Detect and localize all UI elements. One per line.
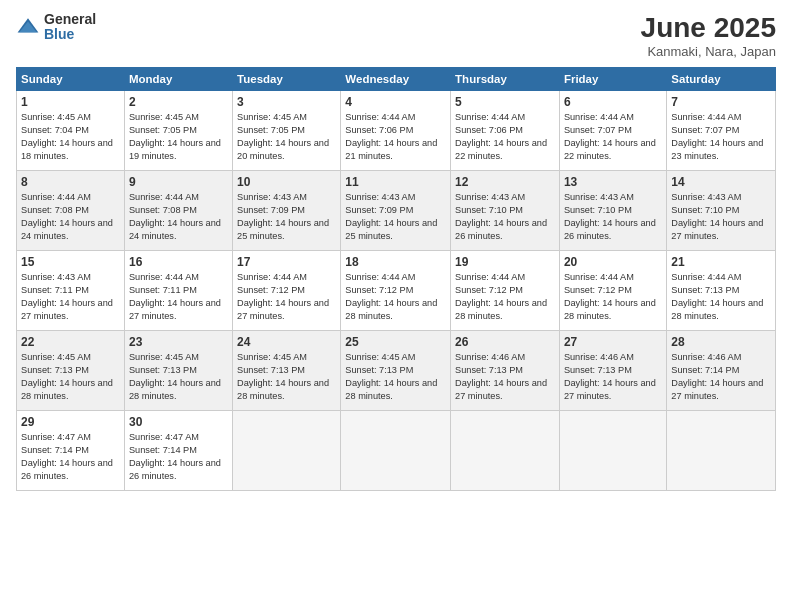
table-row: 24 Sunrise: 4:45 AMSunset: 7:13 PMDaylig… — [233, 331, 341, 411]
table-row: 13 Sunrise: 4:43 AMSunset: 7:10 PMDaylig… — [559, 171, 666, 251]
day-info: Sunrise: 4:43 AMSunset: 7:11 PMDaylight:… — [21, 272, 113, 320]
table-row: 14 Sunrise: 4:43 AMSunset: 7:10 PMDaylig… — [667, 171, 776, 251]
day-info: Sunrise: 4:45 AMSunset: 7:13 PMDaylight:… — [345, 352, 437, 400]
table-row: 27 Sunrise: 4:46 AMSunset: 7:13 PMDaylig… — [559, 331, 666, 411]
calendar: Sunday Monday Tuesday Wednesday Thursday… — [16, 67, 776, 491]
month-title: June 2025 — [641, 12, 776, 44]
page: General Blue June 2025 Kanmaki, Nara, Ja… — [0, 0, 792, 612]
day-info: Sunrise: 4:47 AMSunset: 7:14 PMDaylight:… — [21, 432, 113, 480]
day-number: 30 — [129, 414, 228, 430]
day-info: Sunrise: 4:45 AMSunset: 7:04 PMDaylight:… — [21, 112, 113, 160]
table-row: 3 Sunrise: 4:45 AMSunset: 7:05 PMDayligh… — [233, 91, 341, 171]
table-row: 28 Sunrise: 4:46 AMSunset: 7:14 PMDaylig… — [667, 331, 776, 411]
header: General Blue June 2025 Kanmaki, Nara, Ja… — [16, 12, 776, 59]
day-number: 23 — [129, 334, 228, 350]
table-row: 19 Sunrise: 4:44 AMSunset: 7:12 PMDaylig… — [451, 251, 560, 331]
day-info: Sunrise: 4:44 AMSunset: 7:06 PMDaylight:… — [455, 112, 547, 160]
logo-icon — [16, 15, 40, 39]
day-number: 28 — [671, 334, 771, 350]
header-tuesday: Tuesday — [233, 68, 341, 91]
day-info: Sunrise: 4:43 AMSunset: 7:10 PMDaylight:… — [671, 192, 763, 240]
day-info: Sunrise: 4:43 AMSunset: 7:10 PMDaylight:… — [564, 192, 656, 240]
day-number: 4 — [345, 94, 446, 110]
day-number: 22 — [21, 334, 120, 350]
day-info: Sunrise: 4:44 AMSunset: 7:06 PMDaylight:… — [345, 112, 437, 160]
day-info: Sunrise: 4:44 AMSunset: 7:12 PMDaylight:… — [237, 272, 329, 320]
location: Kanmaki, Nara, Japan — [641, 44, 776, 59]
day-info: Sunrise: 4:44 AMSunset: 7:07 PMDaylight:… — [564, 112, 656, 160]
day-number: 16 — [129, 254, 228, 270]
calendar-week-row: 1 Sunrise: 4:45 AMSunset: 7:04 PMDayligh… — [17, 91, 776, 171]
day-info: Sunrise: 4:45 AMSunset: 7:13 PMDaylight:… — [129, 352, 221, 400]
day-number: 26 — [455, 334, 555, 350]
table-row: 22 Sunrise: 4:45 AMSunset: 7:13 PMDaylig… — [17, 331, 125, 411]
day-number: 21 — [671, 254, 771, 270]
logo: General Blue — [16, 12, 96, 43]
table-row: 8 Sunrise: 4:44 AMSunset: 7:08 PMDayligh… — [17, 171, 125, 251]
logo-text: General Blue — [44, 12, 96, 43]
table-row: 1 Sunrise: 4:45 AMSunset: 7:04 PMDayligh… — [17, 91, 125, 171]
day-info: Sunrise: 4:46 AMSunset: 7:13 PMDaylight:… — [455, 352, 547, 400]
table-row: 2 Sunrise: 4:45 AMSunset: 7:05 PMDayligh… — [124, 91, 232, 171]
day-number: 1 — [21, 94, 120, 110]
table-row: 23 Sunrise: 4:45 AMSunset: 7:13 PMDaylig… — [124, 331, 232, 411]
table-row — [667, 411, 776, 491]
table-row: 10 Sunrise: 4:43 AMSunset: 7:09 PMDaylig… — [233, 171, 341, 251]
day-info: Sunrise: 4:44 AMSunset: 7:13 PMDaylight:… — [671, 272, 763, 320]
day-info: Sunrise: 4:43 AMSunset: 7:10 PMDaylight:… — [455, 192, 547, 240]
day-info: Sunrise: 4:46 AMSunset: 7:14 PMDaylight:… — [671, 352, 763, 400]
day-number: 20 — [564, 254, 662, 270]
day-number: 18 — [345, 254, 446, 270]
table-row: 20 Sunrise: 4:44 AMSunset: 7:12 PMDaylig… — [559, 251, 666, 331]
day-number: 24 — [237, 334, 336, 350]
table-row: 30 Sunrise: 4:47 AMSunset: 7:14 PMDaylig… — [124, 411, 232, 491]
day-number: 27 — [564, 334, 662, 350]
day-info: Sunrise: 4:44 AMSunset: 7:12 PMDaylight:… — [455, 272, 547, 320]
day-info: Sunrise: 4:46 AMSunset: 7:13 PMDaylight:… — [564, 352, 656, 400]
header-saturday: Saturday — [667, 68, 776, 91]
table-row: 25 Sunrise: 4:45 AMSunset: 7:13 PMDaylig… — [341, 331, 451, 411]
logo-general: General — [44, 12, 96, 27]
day-number: 19 — [455, 254, 555, 270]
day-info: Sunrise: 4:45 AMSunset: 7:05 PMDaylight:… — [237, 112, 329, 160]
calendar-week-row: 22 Sunrise: 4:45 AMSunset: 7:13 PMDaylig… — [17, 331, 776, 411]
day-info: Sunrise: 4:45 AMSunset: 7:13 PMDaylight:… — [21, 352, 113, 400]
table-row — [451, 411, 560, 491]
table-row — [341, 411, 451, 491]
header-monday: Monday — [124, 68, 232, 91]
table-row — [559, 411, 666, 491]
day-info: Sunrise: 4:44 AMSunset: 7:11 PMDaylight:… — [129, 272, 221, 320]
day-number: 15 — [21, 254, 120, 270]
day-number: 2 — [129, 94, 228, 110]
table-row: 26 Sunrise: 4:46 AMSunset: 7:13 PMDaylig… — [451, 331, 560, 411]
day-number: 13 — [564, 174, 662, 190]
table-row: 15 Sunrise: 4:43 AMSunset: 7:11 PMDaylig… — [17, 251, 125, 331]
header-sunday: Sunday — [17, 68, 125, 91]
day-info: Sunrise: 4:44 AMSunset: 7:07 PMDaylight:… — [671, 112, 763, 160]
day-number: 11 — [345, 174, 446, 190]
table-row: 4 Sunrise: 4:44 AMSunset: 7:06 PMDayligh… — [341, 91, 451, 171]
day-info: Sunrise: 4:44 AMSunset: 7:12 PMDaylight:… — [564, 272, 656, 320]
table-row: 7 Sunrise: 4:44 AMSunset: 7:07 PMDayligh… — [667, 91, 776, 171]
day-number: 17 — [237, 254, 336, 270]
table-row: 9 Sunrise: 4:44 AMSunset: 7:08 PMDayligh… — [124, 171, 232, 251]
table-row: 5 Sunrise: 4:44 AMSunset: 7:06 PMDayligh… — [451, 91, 560, 171]
day-number: 5 — [455, 94, 555, 110]
table-row: 12 Sunrise: 4:43 AMSunset: 7:10 PMDaylig… — [451, 171, 560, 251]
day-number: 7 — [671, 94, 771, 110]
header-wednesday: Wednesday — [341, 68, 451, 91]
day-number: 14 — [671, 174, 771, 190]
calendar-week-row: 8 Sunrise: 4:44 AMSunset: 7:08 PMDayligh… — [17, 171, 776, 251]
table-row: 29 Sunrise: 4:47 AMSunset: 7:14 PMDaylig… — [17, 411, 125, 491]
table-row: 6 Sunrise: 4:44 AMSunset: 7:07 PMDayligh… — [559, 91, 666, 171]
day-info: Sunrise: 4:44 AMSunset: 7:08 PMDaylight:… — [129, 192, 221, 240]
day-number: 9 — [129, 174, 228, 190]
title-block: June 2025 Kanmaki, Nara, Japan — [641, 12, 776, 59]
table-row: 11 Sunrise: 4:43 AMSunset: 7:09 PMDaylig… — [341, 171, 451, 251]
day-info: Sunrise: 4:45 AMSunset: 7:13 PMDaylight:… — [237, 352, 329, 400]
table-row: 18 Sunrise: 4:44 AMSunset: 7:12 PMDaylig… — [341, 251, 451, 331]
day-number: 10 — [237, 174, 336, 190]
calendar-week-row: 15 Sunrise: 4:43 AMSunset: 7:11 PMDaylig… — [17, 251, 776, 331]
calendar-week-row: 29 Sunrise: 4:47 AMSunset: 7:14 PMDaylig… — [17, 411, 776, 491]
day-number: 25 — [345, 334, 446, 350]
